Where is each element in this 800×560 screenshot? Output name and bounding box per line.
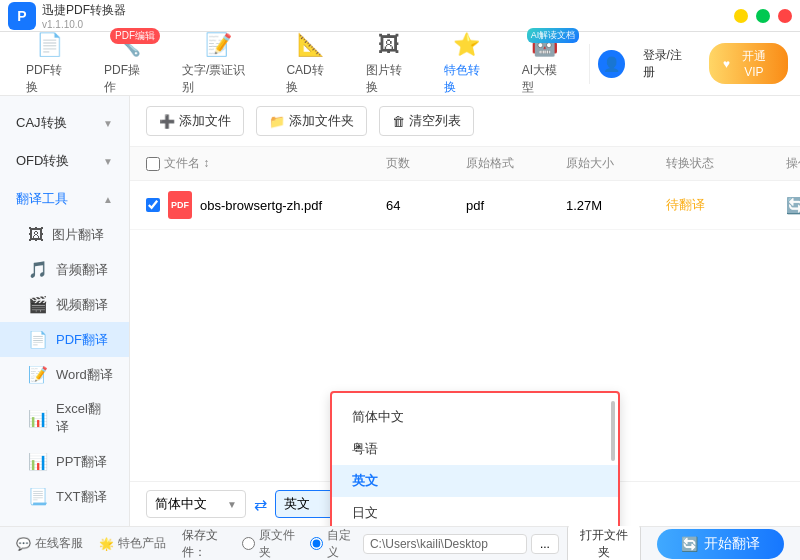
sidebar-item-ppt-translate[interactable]: 📊 PPT翻译 bbox=[0, 444, 129, 479]
start-translate-button[interactable]: 🔄 开始翻译 bbox=[657, 529, 784, 559]
swap-languages-icon[interactable]: ⇄ bbox=[254, 495, 267, 514]
sidebar-item-audio-translate[interactable]: 🎵 音频翻译 bbox=[0, 252, 129, 287]
file-pages: 64 bbox=[386, 198, 466, 213]
txt-translate-icon: 📃 bbox=[28, 487, 48, 506]
add-folder-icon: 📁 bbox=[269, 114, 285, 129]
save-path-input[interactable] bbox=[363, 534, 527, 554]
main-layout: CAJ转换 ▼ OFD转换 ▼ 翻译工具 ▲ 🖼 图片翻译 🎵 音频翻译 🎬 视… bbox=[0, 96, 800, 526]
save-section: 保存文件： 原文件夹 自定义 ... 打开文件夹 bbox=[182, 524, 641, 561]
nav-right: 👤 登录/注册 ♥ 开通VIP bbox=[598, 43, 788, 85]
add-folder-button[interactable]: 📁 添加文件夹 bbox=[256, 106, 367, 136]
refresh-action-icon[interactable]: 🔄 bbox=[786, 197, 800, 214]
add-file-icon: ➕ bbox=[159, 114, 175, 129]
special-product-icon: 🌟 bbox=[99, 537, 114, 551]
word-translate-icon: 📝 bbox=[28, 365, 48, 384]
nav-cad[interactable]: 📐 CAD转换 bbox=[272, 26, 347, 102]
cad-icon: 📐 bbox=[297, 32, 324, 58]
pdf-file-icon: PDF bbox=[168, 191, 192, 219]
from-lang-label: 简体中文 bbox=[155, 495, 207, 513]
file-format: pdf bbox=[466, 198, 566, 213]
file-status: 待翻译 bbox=[666, 196, 786, 214]
header-size: 原始大小 bbox=[566, 155, 666, 172]
special-icon: ⭐ bbox=[453, 32, 480, 58]
header-pages: 页数 bbox=[386, 155, 466, 172]
sidebar-item-ofd[interactable]: OFD转换 ▼ bbox=[0, 142, 129, 180]
header-format: 原始格式 bbox=[466, 155, 566, 172]
file-name-cell: PDF obs-browsertg-zh.pdf bbox=[146, 191, 386, 219]
sidebar-item-translate[interactable]: 翻译工具 ▲ bbox=[0, 180, 129, 218]
sidebar-item-word-translate[interactable]: 📝 Word翻译 bbox=[0, 357, 129, 392]
ocr-icon: 📝 bbox=[205, 32, 232, 58]
sidebar-item-txt-translate[interactable]: 📃 TXT翻译 bbox=[0, 479, 129, 514]
header-action: 操作 bbox=[786, 155, 800, 172]
excel-translate-icon: 📊 bbox=[28, 409, 48, 428]
nav-img-convert[interactable]: 🖼 图片转换 bbox=[352, 26, 426, 102]
nav-ocr[interactable]: 📝 文字/票证识别 bbox=[168, 26, 268, 102]
lang-option-zh-simple[interactable]: 简体中文 bbox=[332, 401, 618, 433]
file-action[interactable]: 🔄 bbox=[786, 196, 800, 215]
pdf-translate-icon: 📄 bbox=[28, 330, 48, 349]
file-size: 1.27M bbox=[566, 198, 666, 213]
chevron-up-icon: ▲ bbox=[103, 194, 113, 205]
nav-special[interactable]: ⭐ 特色转换 bbox=[430, 26, 504, 102]
save-custom-radio[interactable]: 自定义 bbox=[310, 527, 355, 561]
sidebar-item-excel-translate[interactable]: 📊 Excel翻译 bbox=[0, 392, 129, 444]
save-label: 保存文件： bbox=[182, 527, 234, 561]
login-button[interactable]: 登录/注册 bbox=[633, 43, 701, 85]
bottom-bar: 💬 在线客服 🌟 特色产品 保存文件： 原文件夹 自定义 ... 打开文件夹 🔄… bbox=[0, 526, 800, 560]
sidebar: CAJ转换 ▼ OFD转换 ▼ 翻译工具 ▲ 🖼 图片翻译 🎵 音频翻译 🎬 视… bbox=[0, 96, 130, 526]
img-convert-icon: 🖼 bbox=[378, 32, 400, 58]
from-language-select[interactable]: 简体中文 ▼ bbox=[146, 490, 246, 518]
minimize-button[interactable] bbox=[734, 9, 748, 23]
online-service-icon: 💬 bbox=[16, 537, 31, 551]
from-lang-arrow-icon: ▼ bbox=[227, 499, 237, 510]
nav-pdf-convert[interactable]: 📄 PDF转换 bbox=[12, 26, 86, 102]
chevron-down-icon: ▼ bbox=[103, 156, 113, 167]
file-list-header: 文件名 ↕ 页数 原始格式 原始大小 转换状态 操作 删除 bbox=[130, 147, 800, 181]
pdf-convert-icon: 📄 bbox=[36, 32, 63, 58]
vip-button[interactable]: ♥ 开通VIP bbox=[709, 43, 788, 84]
sidebar-item-pdf-translate[interactable]: 📄 PDF翻译 bbox=[0, 322, 129, 357]
save-original-radio[interactable]: 原文件夹 bbox=[242, 527, 298, 561]
save-radio-group: 原文件夹 自定义 bbox=[242, 527, 355, 561]
table-row: PDF obs-browsertg-zh.pdf 64 pdf 1.27M 待翻… bbox=[130, 181, 800, 230]
nav-pdf-ops[interactable]: PDF编辑 🔧 PDF操作 bbox=[90, 26, 164, 102]
sidebar-item-caj[interactable]: CAJ转换 ▼ bbox=[0, 104, 129, 142]
clear-icon: 🗑 bbox=[392, 114, 405, 129]
to-lang-label: 英文 bbox=[284, 495, 310, 513]
lang-option-cantonese[interactable]: 粤语 bbox=[332, 433, 618, 465]
user-avatar: 👤 bbox=[598, 50, 624, 78]
close-button[interactable] bbox=[778, 9, 792, 23]
maximize-button[interactable] bbox=[756, 9, 770, 23]
lang-option-japanese[interactable]: 日文 bbox=[332, 497, 618, 526]
open-folder-button[interactable]: 打开文件夹 bbox=[567, 524, 641, 561]
special-product-button[interactable]: 🌟 特色产品 bbox=[99, 535, 166, 552]
audio-translate-icon: 🎵 bbox=[28, 260, 48, 279]
app-name: 迅捷PDF转换器 bbox=[42, 2, 126, 19]
browse-button[interactable]: ... bbox=[531, 534, 559, 554]
add-file-button[interactable]: ➕ 添加文件 bbox=[146, 106, 244, 136]
dropdown-scrollbar[interactable] bbox=[611, 401, 615, 461]
online-service-button[interactable]: 💬 在线客服 bbox=[16, 535, 83, 552]
file-toolbar: ➕ 添加文件 📁 添加文件夹 🗑 清空列表 bbox=[130, 96, 800, 147]
save-path-section: ... bbox=[363, 534, 559, 554]
select-all-checkbox[interactable] bbox=[146, 157, 160, 171]
header-filename: 文件名 ↕ bbox=[146, 155, 386, 172]
file-checkbox[interactable] bbox=[146, 198, 160, 212]
video-translate-icon: 🎬 bbox=[28, 295, 48, 314]
clear-list-button[interactable]: 🗑 清空列表 bbox=[379, 106, 474, 136]
language-dropdown: 简体中文 粤语 英文 日文 法文 韩文 俄语 西班牙 bbox=[330, 391, 620, 526]
chevron-down-icon: ▼ bbox=[103, 118, 113, 129]
lang-option-english[interactable]: 英文 bbox=[332, 465, 618, 497]
ppt-translate-icon: 📊 bbox=[28, 452, 48, 471]
pdf-ops-badge: PDF编辑 bbox=[110, 28, 160, 44]
content-wrapper: ➕ 添加文件 📁 添加文件夹 🗑 清空列表 文件名 ↕ 页数 bbox=[130, 96, 800, 526]
sidebar-item-doc-compress[interactable]: 文档压缩 ▼ bbox=[0, 514, 129, 526]
nav-ai[interactable]: AI解读文档 🤖 AI大模型 bbox=[508, 26, 581, 102]
sidebar-item-video-translate[interactable]: 🎬 视频翻译 bbox=[0, 287, 129, 322]
vip-heart-icon: ♥ bbox=[723, 57, 730, 71]
top-navigation: 📄 PDF转换 PDF编辑 🔧 PDF操作 📝 文字/票证识别 📐 CAD转换 … bbox=[0, 32, 800, 96]
file-name: obs-browsertg-zh.pdf bbox=[200, 198, 322, 213]
start-icon: 🔄 bbox=[681, 536, 698, 552]
sidebar-item-img-translate[interactable]: 🖼 图片翻译 bbox=[0, 218, 129, 252]
